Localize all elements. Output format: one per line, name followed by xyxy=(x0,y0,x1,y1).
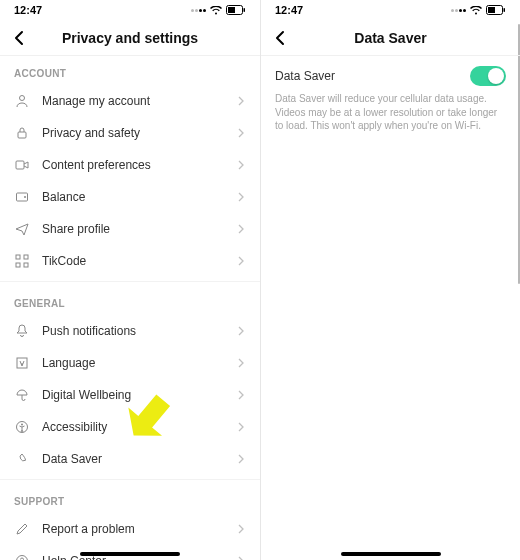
row-content-preferences[interactable]: Content preferences xyxy=(0,149,260,181)
svg-rect-18 xyxy=(504,8,506,12)
settings-screen: 12:47 Privacy and settings ACCOUNT Manag… xyxy=(0,0,260,560)
chevron-right-icon xyxy=(236,160,246,170)
svg-rect-9 xyxy=(24,255,28,259)
lock-icon xyxy=(14,125,30,141)
wallet-icon xyxy=(14,189,30,205)
row-label: Balance xyxy=(42,190,236,204)
svg-rect-5 xyxy=(16,161,24,169)
chevron-right-icon xyxy=(236,524,246,534)
person-icon xyxy=(14,93,30,109)
wifi-icon xyxy=(470,6,482,15)
chevron-right-icon xyxy=(236,192,246,202)
row-label: Manage my account xyxy=(42,94,236,108)
wifi-icon xyxy=(210,6,222,15)
data-saver-description: Data Saver will reduce your cellular dat… xyxy=(275,92,506,133)
row-privacy-safety[interactable]: Privacy and safety xyxy=(0,117,260,149)
row-label: Content preferences xyxy=(42,158,236,172)
chevron-right-icon xyxy=(236,358,246,368)
battery-icon xyxy=(226,5,246,15)
svg-rect-11 xyxy=(24,263,28,267)
row-digital-wellbeing[interactable]: Digital Wellbeing xyxy=(0,379,260,411)
row-label: Accessibility xyxy=(42,420,236,434)
section-label-account: ACCOUNT xyxy=(0,56,260,85)
status-time: 12:47 xyxy=(275,4,303,16)
row-label: Privacy and safety xyxy=(42,126,236,140)
accessibility-icon xyxy=(14,419,30,435)
row-tikcode[interactable]: TikCode xyxy=(0,245,260,277)
svg-point-3 xyxy=(20,96,25,101)
language-icon xyxy=(14,355,30,371)
svg-rect-10 xyxy=(16,263,20,267)
data-saver-label: Data Saver xyxy=(275,69,335,83)
section-label-general: GENERAL xyxy=(0,286,260,315)
svg-rect-8 xyxy=(16,255,20,259)
row-label: Digital Wellbeing xyxy=(42,388,236,402)
svg-point-14 xyxy=(21,424,23,426)
row-label: Push notifications xyxy=(42,324,236,338)
chevron-right-icon xyxy=(236,422,246,432)
chevron-right-icon xyxy=(236,224,246,234)
row-push-notifications[interactable]: Push notifications xyxy=(0,315,260,347)
status-bar: 12:47 xyxy=(0,0,260,20)
umbrella-icon xyxy=(14,387,30,403)
chevron-right-icon xyxy=(236,390,246,400)
status-icons xyxy=(191,5,246,15)
row-label: Report a problem xyxy=(42,522,236,536)
svg-rect-1 xyxy=(228,7,235,13)
home-indicator xyxy=(80,552,180,556)
row-label: TikCode xyxy=(42,254,236,268)
chevron-right-icon xyxy=(236,256,246,266)
row-share-profile[interactable]: Share profile xyxy=(0,213,260,245)
divider xyxy=(0,281,260,282)
data-saver-block: Data Saver Data Saver will reduce your c… xyxy=(261,56,520,141)
droplet-icon xyxy=(14,451,30,467)
row-balance[interactable]: Balance xyxy=(0,181,260,213)
status-bar: 12:47 xyxy=(261,0,520,20)
signal-icon xyxy=(191,9,206,12)
chevron-right-icon xyxy=(236,128,246,138)
row-language[interactable]: Language xyxy=(0,347,260,379)
qr-icon xyxy=(14,253,30,269)
svg-rect-4 xyxy=(18,132,26,138)
header: Data Saver xyxy=(261,20,520,56)
share-icon xyxy=(14,221,30,237)
section-label-support: SUPPORT xyxy=(0,484,260,513)
help-icon xyxy=(14,553,30,560)
row-accessibility[interactable]: Accessibility xyxy=(0,411,260,443)
row-label: Data Saver xyxy=(42,452,236,466)
page-title: Data Saver xyxy=(354,30,426,46)
data-saver-toggle[interactable] xyxy=(470,66,506,86)
row-label: Language xyxy=(42,356,236,370)
svg-rect-2 xyxy=(244,8,246,12)
row-data-saver[interactable]: Data Saver xyxy=(0,443,260,475)
chevron-right-icon xyxy=(236,556,246,560)
bell-icon xyxy=(14,323,30,339)
status-time: 12:47 xyxy=(14,4,42,16)
header: Privacy and settings xyxy=(0,20,260,56)
svg-point-7 xyxy=(24,196,26,198)
back-button[interactable] xyxy=(269,26,293,50)
video-icon xyxy=(14,157,30,173)
battery-icon xyxy=(486,5,506,15)
chevron-right-icon xyxy=(236,326,246,336)
row-report-problem[interactable]: Report a problem xyxy=(0,513,260,545)
signal-icon xyxy=(451,9,466,12)
divider xyxy=(0,479,260,480)
pencil-icon xyxy=(14,521,30,537)
chevron-right-icon xyxy=(236,454,246,464)
home-indicator xyxy=(341,552,441,556)
back-button[interactable] xyxy=(8,26,32,50)
status-icons xyxy=(451,5,506,15)
data-saver-screen: 12:47 Data Saver Data Saver Data Saver w… xyxy=(260,0,520,560)
chevron-right-icon xyxy=(236,96,246,106)
row-label: Share profile xyxy=(42,222,236,236)
page-title: Privacy and settings xyxy=(62,30,198,46)
row-manage-account[interactable]: Manage my account xyxy=(0,85,260,117)
svg-rect-17 xyxy=(488,7,495,13)
